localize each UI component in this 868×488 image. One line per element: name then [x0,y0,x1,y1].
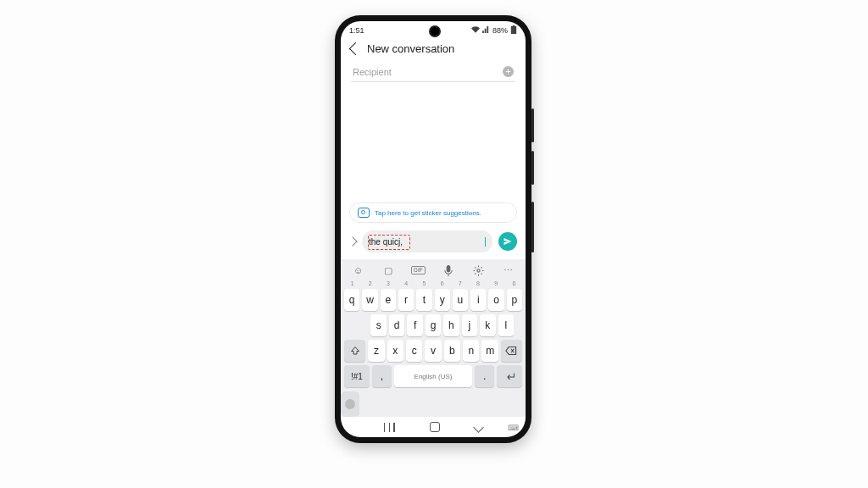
screen: 1:51 88% New conversation [341,21,526,437]
keyboard-toolbar: ☺ ▢ GIF ⋯ [341,264,526,280]
send-icon [503,236,513,247]
backspace-key[interactable] [501,340,522,362]
nav-bar: ⌨ [341,417,526,437]
key-n[interactable]: n [463,340,479,362]
key-m[interactable]: m [481,340,498,362]
key-row-4: !#1 , English (US) . [341,363,526,391]
message-input-pill[interactable]: the quicj, [362,230,492,252]
backspace-icon [505,347,517,355]
compose-row: the quicj, [341,227,526,259]
key-x[interactable]: x [387,340,403,362]
add-recipient-button[interactable]: + [503,66,514,77]
key-s[interactable]: s [370,314,386,336]
volume-down-button [531,151,534,185]
wifi-icon [471,26,480,35]
voice-icon[interactable] [441,264,455,276]
space-key[interactable]: English (US) [394,365,472,387]
signal-icon [482,26,490,35]
svg-point-0 [476,269,479,271]
key-r[interactable]: r [398,289,414,311]
key-b[interactable]: b [444,340,460,362]
sticker-suggestion-bar[interactable]: Tap here to get sticker suggestions. [349,202,517,223]
key-v[interactable]: v [425,340,441,362]
page-title: New conversation [367,42,454,55]
number-hint-row: 1 2 3 4 5 6 7 8 9 0 [341,280,526,287]
enter-key[interactable] [497,365,522,387]
gif-icon[interactable]: GIF [411,264,426,276]
key-c[interactable]: c [406,340,422,362]
emoji-icon[interactable]: ☺ [351,264,365,276]
enter-icon [504,372,515,381]
key-h[interactable]: h [443,314,459,336]
key-p[interactable]: p [507,289,522,311]
volume-up-button [531,108,534,142]
sticker-tool-icon[interactable]: ▢ [381,264,395,276]
key-q[interactable]: q [344,289,359,311]
phone-frame: 1:51 88% New conversation [335,15,531,443]
key-row-2: a s d f g h j k l [341,313,526,338]
key-e[interactable]: e [381,289,396,311]
key-a-pressed[interactable] [341,391,359,417]
send-button[interactable] [498,232,517,251]
keyboard: ☺ ▢ GIF ⋯ 1 2 3 4 5 6 [341,259,526,417]
app-header: New conversation [341,40,526,60]
key-u[interactable]: u [453,289,468,311]
clock: 1:51 [349,26,364,35]
settings-icon[interactable] [471,264,486,276]
sticker-suggestion-text: Tap here to get sticker suggestions. [375,209,481,217]
sticker-icon [358,208,370,218]
key-row-3: z x c v b n m [341,338,526,363]
key-y[interactable]: y [435,289,450,311]
key-w[interactable]: w [362,289,377,311]
expand-icon[interactable] [348,236,357,246]
key-t[interactable]: t [416,289,431,311]
key-k[interactable]: k [480,314,495,336]
text-cursor [485,237,486,247]
message-input[interactable]: the quicj, [369,237,484,247]
home-button[interactable] [430,422,440,432]
key-z[interactable]: z [368,340,384,362]
key-g[interactable]: g [426,314,441,336]
power-button [531,202,534,252]
shift-key[interactable] [344,340,365,362]
symbols-key[interactable]: !#1 [344,365,370,387]
key-j[interactable]: j [462,314,477,336]
key-i[interactable]: i [470,289,486,311]
period-key[interactable]: . [475,365,494,387]
nav-back-button[interactable] [473,422,484,433]
key-o[interactable]: o [488,289,504,311]
touch-indicator [345,399,355,409]
back-icon[interactable] [349,42,363,56]
conversation-area [341,82,526,202]
comma-key[interactable]: , [372,365,392,387]
more-icon[interactable]: ⋯ [501,264,515,276]
front-camera [429,25,441,37]
recents-button[interactable] [384,423,395,432]
recipient-field[interactable]: Recipient [353,67,503,77]
key-l[interactable]: l [498,314,514,336]
key-row-1: q w e r t y u i o p [341,287,526,313]
key-f[interactable]: f [407,314,422,336]
recipient-row: Recipient + [351,62,515,82]
battery-icon [510,25,517,36]
battery-percent: 88% [492,26,508,35]
keyboard-switch-icon[interactable]: ⌨ [508,424,519,432]
key-d[interactable]: d [389,314,404,336]
shift-icon [350,346,360,356]
